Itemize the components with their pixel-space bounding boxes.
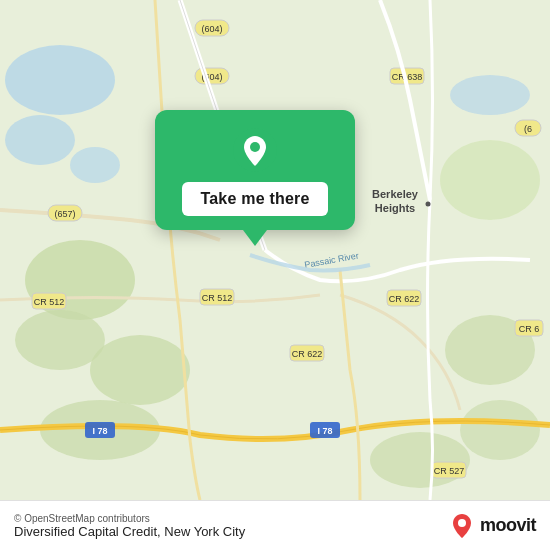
svg-point-7 (90, 335, 190, 405)
svg-point-4 (450, 75, 530, 115)
svg-text:CR 622: CR 622 (389, 294, 420, 304)
svg-text:Heights: Heights (375, 202, 415, 214)
take-me-there-button[interactable]: Take me there (182, 182, 327, 216)
svg-point-6 (15, 310, 105, 370)
svg-point-12 (440, 140, 540, 220)
svg-text:I 78: I 78 (92, 426, 107, 436)
svg-point-10 (460, 400, 540, 460)
bottom-bar: © OpenStreetMap contributors Diversified… (0, 500, 550, 550)
moovit-text: moovit (480, 515, 536, 536)
moovit-logo: moovit (448, 512, 536, 540)
map-container[interactable]: I 78 I 78 (657) CR 512 CR 512 CR 622 CR … (0, 0, 550, 500)
location-label: Diversified Capital Credit, New York Cit… (14, 524, 245, 539)
svg-point-44 (250, 142, 260, 152)
svg-text:(604): (604) (201, 24, 222, 34)
svg-text:(6: (6 (524, 124, 532, 134)
svg-text:(657): (657) (54, 209, 75, 219)
svg-point-3 (70, 147, 120, 183)
svg-point-1 (5, 45, 115, 115)
moovit-pin-icon (448, 512, 476, 540)
svg-text:CR 527: CR 527 (434, 466, 465, 476)
svg-text:CR 6: CR 6 (519, 324, 540, 334)
svg-point-41 (426, 202, 431, 207)
bottom-left-info: © OpenStreetMap contributors Diversified… (14, 513, 245, 539)
osm-attribution: © OpenStreetMap contributors (14, 513, 245, 524)
svg-point-45 (458, 519, 466, 527)
svg-text:I 78: I 78 (317, 426, 332, 436)
svg-point-11 (370, 432, 470, 488)
svg-text:CR 622: CR 622 (292, 349, 323, 359)
svg-point-2 (5, 115, 75, 165)
popup-card: Take me there (155, 110, 355, 230)
svg-text:Berkeley: Berkeley (372, 188, 419, 200)
svg-text:CR 512: CR 512 (202, 293, 233, 303)
map-background: I 78 I 78 (657) CR 512 CR 512 CR 622 CR … (0, 0, 550, 500)
location-pin-icon (233, 128, 277, 172)
svg-text:CR 512: CR 512 (34, 297, 65, 307)
